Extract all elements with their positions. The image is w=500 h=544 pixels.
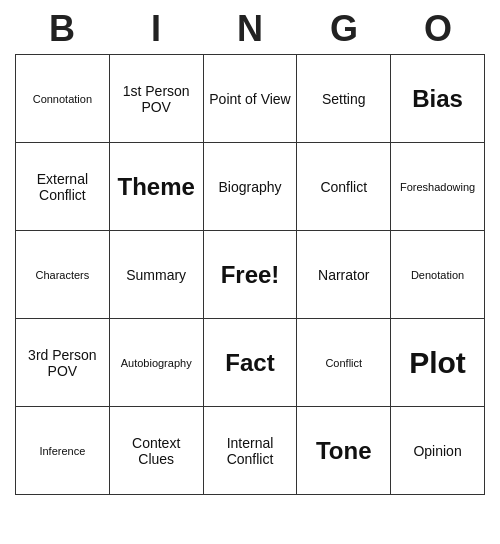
bingo-grid: Connotation1st Person POVPoint of ViewSe… — [15, 54, 485, 495]
grid-cell[interactable]: Biography — [203, 143, 297, 231]
grid-cell[interactable]: Tone — [297, 407, 391, 495]
letter-g: G — [300, 8, 388, 50]
grid-cell[interactable]: Conflict — [297, 143, 391, 231]
grid-cell[interactable]: Setting — [297, 55, 391, 143]
grid-cell[interactable]: External Conflict — [16, 143, 110, 231]
grid-cell[interactable]: Connotation — [16, 55, 110, 143]
grid-cell[interactable]: Characters — [16, 231, 110, 319]
grid-cell[interactable]: Foreshadowing — [391, 143, 485, 231]
grid-cell[interactable]: Autobiography — [109, 319, 203, 407]
grid-cell[interactable]: Bias — [391, 55, 485, 143]
grid-cell[interactable]: Point of View — [203, 55, 297, 143]
grid-cell[interactable]: Opinion — [391, 407, 485, 495]
grid-cell[interactable]: Denotation — [391, 231, 485, 319]
grid-cell[interactable]: Conflict — [297, 319, 391, 407]
grid-cell[interactable]: Free! — [203, 231, 297, 319]
letter-i: I — [112, 8, 200, 50]
grid-cell[interactable]: Fact — [203, 319, 297, 407]
grid-cell[interactable]: 3rd Person POV — [16, 319, 110, 407]
grid-cell[interactable]: Internal Conflict — [203, 407, 297, 495]
grid-cell[interactable]: Summary — [109, 231, 203, 319]
grid-cell[interactable]: Context Clues — [109, 407, 203, 495]
grid-cell[interactable]: Theme — [109, 143, 203, 231]
grid-cell[interactable]: 1st Person POV — [109, 55, 203, 143]
letter-n: N — [206, 8, 294, 50]
grid-cell[interactable]: Plot — [391, 319, 485, 407]
letter-b: B — [18, 8, 106, 50]
grid-cell[interactable]: Inference — [16, 407, 110, 495]
bingo-header: B I N G O — [15, 0, 485, 54]
letter-o: O — [394, 8, 482, 50]
grid-cell[interactable]: Narrator — [297, 231, 391, 319]
